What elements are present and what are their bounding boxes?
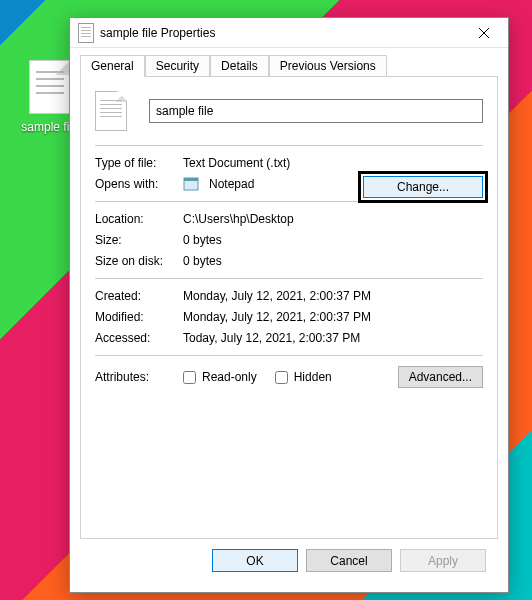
created-value: Monday, July 12, 2021, 2:00:37 PM: [183, 289, 371, 303]
opens-with-value: Notepad: [209, 177, 254, 191]
location-value: C:\Users\hp\Desktop: [183, 212, 294, 226]
hidden-label: Hidden: [294, 370, 332, 384]
hidden-checkbox-input[interactable]: [275, 371, 288, 384]
readonly-checkbox-input[interactable]: [183, 371, 196, 384]
tab-previous-versions[interactable]: Previous Versions: [269, 55, 387, 77]
file-page-icon: [29, 60, 71, 114]
hidden-checkbox[interactable]: Hidden: [275, 370, 332, 384]
ok-button[interactable]: OK: [212, 549, 298, 572]
size-on-disk-label: Size on disk:: [95, 254, 183, 268]
tabstrip: General Security Details Previous Versio…: [80, 55, 498, 77]
size-value: 0 bytes: [183, 233, 222, 247]
type-of-file-label: Type of file:: [95, 156, 183, 170]
cancel-button[interactable]: Cancel: [306, 549, 392, 572]
modified-value: Monday, July 12, 2021, 2:00:37 PM: [183, 310, 371, 324]
svg-rect-3: [184, 178, 198, 181]
attributes-label: Attributes:: [95, 370, 183, 384]
apply-button: Apply: [400, 549, 486, 572]
notepad-icon: [183, 177, 201, 191]
created-label: Created:: [95, 289, 183, 303]
type-of-file-value: Text Document (.txt): [183, 156, 290, 170]
tab-content-general: Type of file: Text Document (.txt) Opens…: [80, 76, 498, 539]
size-on-disk-value: 0 bytes: [183, 254, 222, 268]
tab-security[interactable]: Security: [145, 55, 210, 77]
titlebar[interactable]: sample file Properties: [70, 18, 508, 48]
readonly-label: Read-only: [202, 370, 257, 384]
size-label: Size:: [95, 233, 183, 247]
opens-with-label: Opens with:: [95, 177, 183, 191]
advanced-button[interactable]: Advanced...: [398, 366, 483, 388]
accessed-value: Today, July 12, 2021, 2:00:37 PM: [183, 331, 360, 345]
document-icon: [95, 91, 127, 131]
titlebar-doc-icon: [78, 23, 94, 43]
dialog-button-row: OK Cancel Apply: [80, 539, 498, 582]
modified-label: Modified:: [95, 310, 183, 324]
properties-dialog: sample file Properties General Security …: [69, 17, 509, 593]
separator: [95, 278, 483, 279]
window-title: sample file Properties: [100, 26, 464, 40]
change-button[interactable]: Change...: [363, 176, 483, 198]
accessed-label: Accessed:: [95, 331, 183, 345]
close-icon: [479, 28, 489, 38]
filename-input[interactable]: [149, 99, 483, 123]
tab-details[interactable]: Details: [210, 55, 269, 77]
change-button-highlight: Change...: [358, 171, 488, 203]
readonly-checkbox[interactable]: Read-only: [183, 370, 257, 384]
location-label: Location:: [95, 212, 183, 226]
separator: [95, 355, 483, 356]
tab-general[interactable]: General: [80, 55, 145, 77]
close-button[interactable]: [464, 19, 504, 47]
separator: [95, 145, 483, 146]
